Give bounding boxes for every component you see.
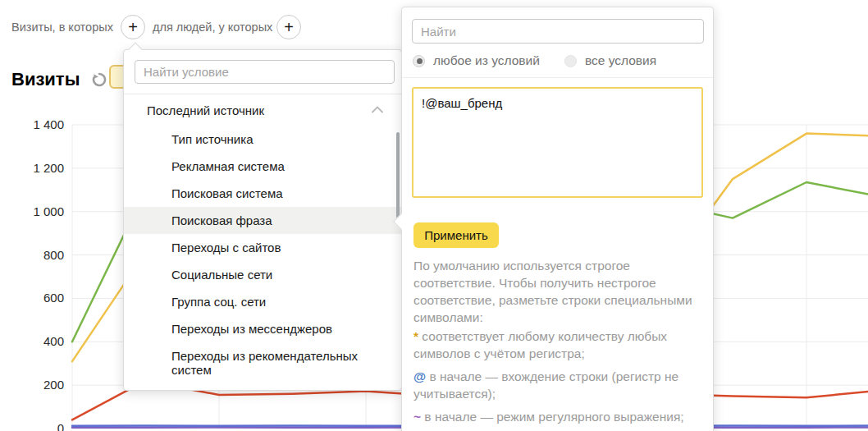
svg-text:800: 800 [43, 248, 64, 262]
svg-text:600: 600 [43, 291, 64, 305]
match-mode-radio-group: любое из условий все условия [413, 53, 656, 68]
radio-any-condition[interactable] [413, 55, 425, 67]
condition-group-last-source[interactable]: Последний источник [124, 94, 401, 126]
rule-tilde-text: в начале — режим регулярного выражения; [421, 410, 684, 424]
visits-filter-label: Визиты, в которых [11, 21, 113, 34]
rule-tilde: ~ в начале — режим регулярного выражения… [413, 408, 707, 425]
at-symbol: @ [413, 369, 426, 383]
rule-at: @ в начале — вхождение строки (регистр н… [413, 368, 707, 402]
dropdown-scrollbar-thumb[interactable] [396, 132, 400, 218]
apply-button[interactable]: Применить [413, 222, 499, 248]
phrase-values-textarea[interactable]: !@ваш_бренд [412, 87, 703, 198]
svg-text:400: 400 [43, 334, 64, 348]
matching-help-text: По умолчанию используется строгое соотве… [413, 257, 707, 326]
svg-text:200: 200 [43, 378, 64, 392]
condition-item-search-phrase[interactable]: Поисковая фраза [124, 207, 401, 234]
condition-item-messengers[interactable]: Переходы из мессенджеров [124, 315, 401, 342]
condition-list: Последний источник Тип источника Рекламн… [124, 94, 401, 383]
condition-group-label: Последний источник [147, 103, 264, 117]
rule-asterisk: * соответствует любому количеству любых … [413, 328, 707, 362]
add-people-condition-button[interactable]: + [276, 15, 301, 39]
people-filter-label: для людей, у которых [153, 21, 272, 34]
chevron-up-icon [372, 106, 383, 113]
svg-text:1 000: 1 000 [33, 204, 64, 218]
condition-item-site-referrals[interactable]: Переходы с сайтов [124, 234, 401, 261]
condition-item-recommendation-systems[interactable]: Переходы из рекомендательных систем [124, 342, 401, 383]
svg-text:1 400: 1 400 [33, 117, 64, 131]
rule-at-text: в начале — вхождение строки (регистр не … [413, 369, 678, 401]
add-visit-condition-button[interactable]: + [121, 15, 145, 39]
condition-item-source-type[interactable]: Тип источника [124, 126, 401, 153]
value-selector-panel: любое из условий все условия !@ваш_бренд… [401, 7, 714, 431]
refresh-icon[interactable] [92, 72, 107, 87]
condition-item-ad-system[interactable]: Рекламная система [124, 153, 401, 180]
radio-any-label[interactable]: любое из условий [433, 53, 540, 68]
radio-all-label[interactable]: все условия [585, 53, 656, 68]
tilde-symbol: ~ [413, 410, 421, 424]
yandex-metrica-segment-screen: 02004006008001 0001 2001 400 Визиты, в к… [0, 0, 868, 431]
special-symbols-list: * соответствует любому количеству любых … [413, 328, 707, 431]
value-search-input[interactable] [412, 19, 704, 44]
condition-item-social-networks[interactable]: Социальные сети [124, 261, 401, 288]
svg-text:1 200: 1 200 [33, 161, 64, 175]
rule-asterisk-text: соответствует любому количеству любых си… [413, 329, 667, 360]
condition-item-search-engine[interactable]: Поисковая система [124, 180, 401, 207]
chart-title: Визиты [11, 69, 80, 90]
condition-dropdown: Последний источник Тип источника Рекламн… [123, 49, 402, 391]
panel-divider [402, 77, 713, 78]
radio-all-conditions[interactable] [564, 55, 577, 67]
condition-item-social-group[interactable]: Группа соц. сети [124, 288, 401, 315]
condition-search-input[interactable] [135, 60, 395, 84]
svg-text:0: 0 [57, 421, 64, 431]
